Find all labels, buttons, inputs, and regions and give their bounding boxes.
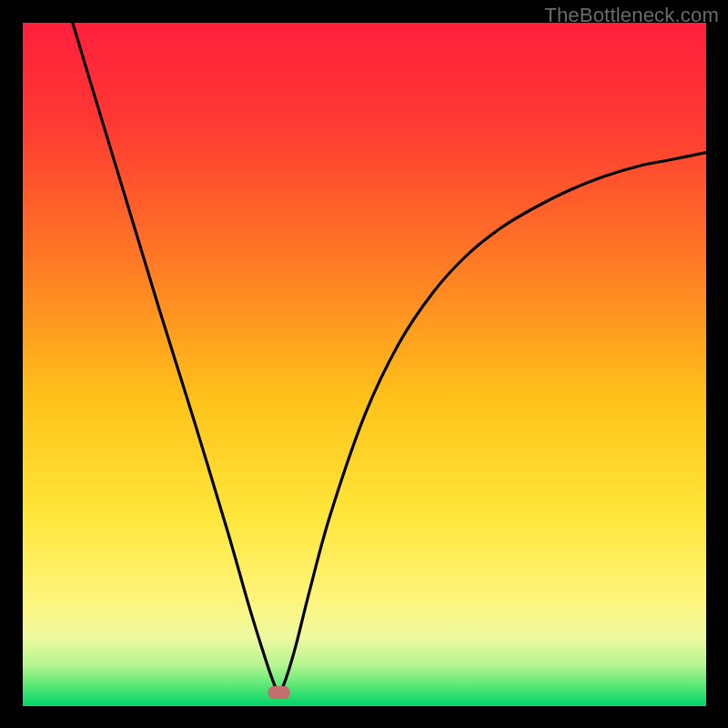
gradient-background bbox=[23, 23, 706, 706]
min-marker bbox=[268, 686, 290, 699]
chart-frame: TheBottleneck.com bbox=[0, 0, 728, 728]
plot-area bbox=[23, 23, 706, 706]
chart-svg bbox=[23, 23, 706, 706]
watermark-text: TheBottleneck.com bbox=[544, 4, 719, 27]
